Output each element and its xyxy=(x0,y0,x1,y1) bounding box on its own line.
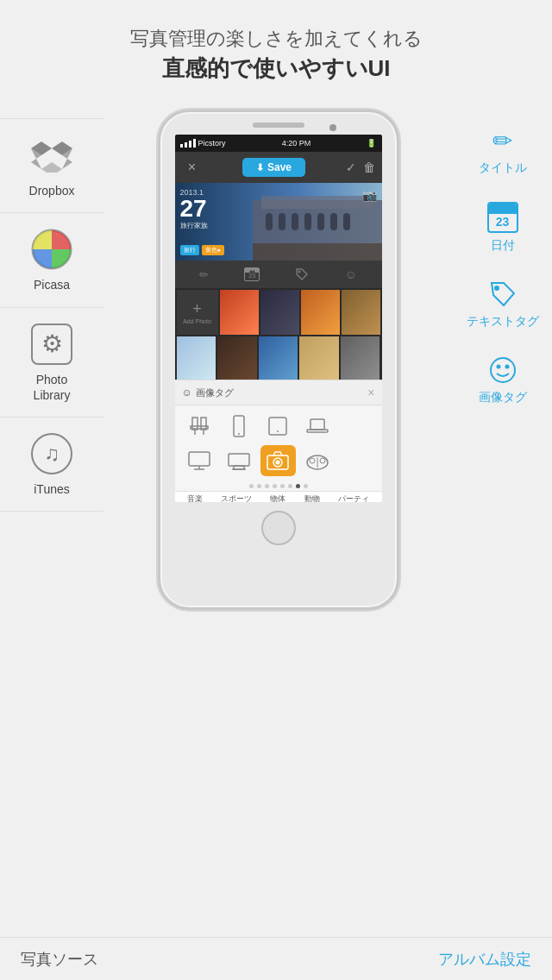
picasa-icon xyxy=(29,227,74,272)
phone-container: Picstory 4:20 PM 🔋 × ⬇ Save ✓ 🗑 xyxy=(104,101,453,808)
tag-icon-tablet[interactable] xyxy=(260,411,297,442)
svg-point-45 xyxy=(505,366,508,368)
tag-icon-desktop[interactable] xyxy=(221,445,257,476)
tag-yellow: 黄色● xyxy=(202,245,224,255)
dot-6 xyxy=(288,484,292,488)
svg-rect-19 xyxy=(201,418,206,430)
cat-sports[interactable]: スポーツ xyxy=(221,493,252,502)
svg-rect-11 xyxy=(292,213,298,230)
tag-icon-empty2 xyxy=(339,445,375,476)
edit-smiley-icon[interactable]: ☺ xyxy=(345,267,357,281)
sidebar-item-picasa[interactable]: Picasa xyxy=(0,213,104,307)
bottom-left-label: 写真ソース xyxy=(21,949,98,970)
sidebar-item-photo-library[interactable]: ⚙ PhotoLibrary xyxy=(0,308,104,418)
photo-thumb-8[interactable] xyxy=(299,336,339,380)
signal-bars xyxy=(180,139,196,148)
toolbar-right-icons: ✓ 🗑 xyxy=(346,160,375,174)
photo-thumb-2[interactable] xyxy=(260,290,299,335)
save-button[interactable]: ⬇ Save xyxy=(242,158,305,177)
svg-rect-12 xyxy=(304,213,311,230)
itunes-icon: ♫ xyxy=(29,431,74,476)
right-label-text-tag: テキストタグ xyxy=(467,314,539,330)
header-line1: 写真管理の楽しさを加えてくれる xyxy=(17,26,535,53)
photo-thumb-1[interactable] xyxy=(220,290,259,335)
tag-icon-monitor[interactable] xyxy=(182,445,218,476)
tag-panel-title: ☺ 画像タグ xyxy=(182,386,234,399)
tag-panel-title-text: 画像タグ xyxy=(196,386,234,399)
photo-row-2 xyxy=(177,336,380,380)
svg-point-43 xyxy=(491,358,515,382)
photo-library-icon: ⚙ xyxy=(29,322,74,367)
photo-thumb-9[interactable] xyxy=(341,336,380,380)
camera-icon[interactable]: 📷 xyxy=(362,188,377,202)
photo-thumb-5[interactable] xyxy=(177,336,216,380)
header-area: 写真管理の楽しさを加えてくれる 直感的で使いやすいUI xyxy=(0,0,552,101)
save-icon: ⬇ xyxy=(256,162,264,173)
photo-thumb-6[interactable] xyxy=(217,336,257,380)
photo-thumb-7[interactable] xyxy=(259,336,298,380)
tag-icon-chair[interactable] xyxy=(182,411,218,442)
edit-pencil-icon[interactable]: ✏ xyxy=(199,268,209,281)
right-item-date[interactable]: 23 日付 xyxy=(487,202,518,254)
tag-panel-header: ☺ 画像タグ × xyxy=(175,380,382,405)
photo-thumb-4[interactable] xyxy=(342,290,380,335)
photo-header: 2013.1 27 旅行家族 旅行 黄色● 📷 xyxy=(175,183,382,261)
sidebar-item-photo-library-label: PhotoLibrary xyxy=(34,372,71,403)
photo-thumb-3[interactable] xyxy=(301,290,340,335)
dot-2 xyxy=(257,484,261,488)
dropbox-icon xyxy=(29,133,74,178)
header-line2: 直感的で使いやすいUI xyxy=(17,53,535,84)
checkmark-icon[interactable]: ✓ xyxy=(346,160,356,174)
svg-point-24 xyxy=(238,433,240,435)
dot-4 xyxy=(273,484,277,488)
photo-tags: 旅行 黄色● xyxy=(180,245,224,255)
cat-party[interactable]: パーティ xyxy=(338,493,369,502)
svg-rect-18 xyxy=(192,418,198,430)
photo-subtitle: 旅行家族 xyxy=(180,221,208,230)
status-bar: Picstory 4:20 PM 🔋 xyxy=(175,135,382,152)
photo-row-1: + Add Photo xyxy=(177,290,380,335)
main-content: Dropbox Picasa ⚙ PhotoLibrary xyxy=(0,101,552,808)
tag-icon-game[interactable] xyxy=(299,445,336,476)
bottom-right-label[interactable]: アルバム設定 xyxy=(438,949,531,970)
right-item-title[interactable]: ✏ タイトル xyxy=(479,127,527,176)
edit-calendar-icon[interactable]: ■■ 23 xyxy=(244,267,260,281)
cat-animals[interactable]: 動物 xyxy=(304,493,320,502)
tag-panel: ☺ 画像タグ × xyxy=(175,380,382,492)
sidebar-item-dropbox[interactable]: Dropbox xyxy=(0,118,104,213)
svg-rect-14 xyxy=(330,213,337,230)
phone-speaker xyxy=(253,122,304,128)
edit-tag-icon[interactable] xyxy=(295,267,309,281)
sidebar-item-dropbox-label: Dropbox xyxy=(29,183,75,198)
tag-icon-camera-active[interactable] xyxy=(260,445,297,476)
sidebar-item-itunes[interactable]: ♫ iTunes xyxy=(0,418,104,512)
app-toolbar: × ⬇ Save ✓ 🗑 xyxy=(175,152,382,183)
photo-date: 2013.1 27 旅行家族 xyxy=(180,188,208,230)
cat-music[interactable]: 音楽 xyxy=(187,493,203,502)
add-photo-cell[interactable]: + Add Photo xyxy=(177,290,218,335)
close-button[interactable]: × xyxy=(182,160,203,175)
trash-icon[interactable]: 🗑 xyxy=(363,160,375,174)
cat-objects[interactable]: 物体 xyxy=(270,493,285,502)
tag-icon-laptop[interactable] xyxy=(299,411,336,442)
photo-grid-area: + Add Photo xyxy=(175,288,382,380)
add-photo-label: Add Photo xyxy=(183,318,211,324)
svg-rect-28 xyxy=(307,430,328,432)
svg-rect-27 xyxy=(310,419,324,430)
right-label-image-tag: 画像タグ xyxy=(479,390,527,405)
svg-point-39 xyxy=(310,458,315,463)
svg-marker-4 xyxy=(41,162,62,173)
status-time: 4:20 PM xyxy=(282,139,311,148)
svg-point-40 xyxy=(320,458,325,463)
svg-rect-15 xyxy=(343,213,350,230)
tag-icon xyxy=(488,280,518,309)
tag-icons-grid xyxy=(175,405,382,481)
tag-panel-close[interactable]: × xyxy=(367,386,374,399)
dot-7-active xyxy=(296,484,300,488)
right-item-text-tag[interactable]: テキストタグ xyxy=(467,280,539,330)
right-item-image-tag[interactable]: 画像タグ xyxy=(479,355,527,405)
tag-icon-phone[interactable] xyxy=(221,411,257,442)
home-button[interactable] xyxy=(261,511,296,545)
save-label: Save xyxy=(267,161,292,173)
svg-point-44 xyxy=(497,366,499,368)
